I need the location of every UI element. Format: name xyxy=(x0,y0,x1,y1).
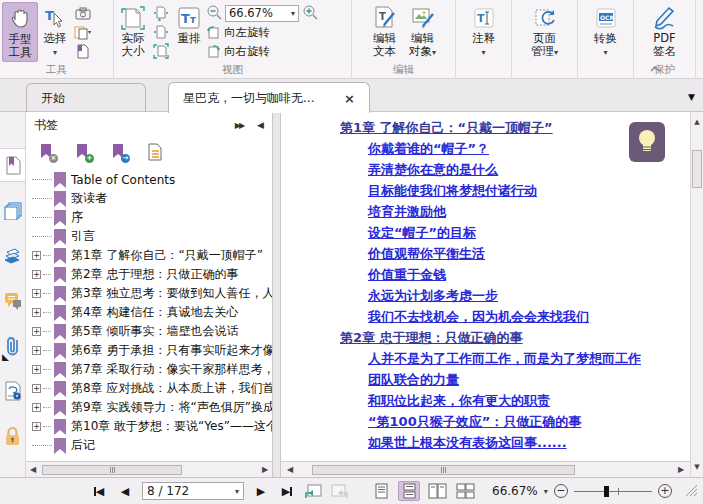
hand-tool-button[interactable]: 手型工具 xyxy=(2,2,38,62)
expand-plus-icon[interactable]: + xyxy=(32,289,41,298)
collapse-bookmarks-button[interactable]: × xyxy=(36,142,56,162)
rotate-right-button[interactable]: 向右旋转 xyxy=(206,42,318,60)
rotate-left-button[interactable]: 向左旋转 xyxy=(206,23,318,41)
toc-link[interactable]: 人并不是为了工作而工作，而是为了梦想而工作 xyxy=(368,348,690,369)
expand-plus-icon[interactable]: + xyxy=(32,270,41,279)
previous-page-button[interactable]: ◀ xyxy=(112,481,138,501)
bookmark-item[interactable]: +第5章 倾听事实：墙壁也会说话 xyxy=(32,322,272,341)
toc-link[interactable]: 价值重于金钱 xyxy=(368,264,690,285)
toc-link[interactable]: 弄清楚你在意的是什么 xyxy=(368,159,690,180)
signatures-panel-icon[interactable] xyxy=(0,374,25,408)
bookmark-item[interactable]: +第3章 独立思考：要做到知人善任，人 xyxy=(32,284,272,303)
close-tab-icon[interactable]: × xyxy=(334,91,355,106)
scroll-down-icon[interactable]: ▼ xyxy=(691,463,703,471)
document-vertical-scrollbar[interactable]: ▲ ▼ xyxy=(690,112,703,477)
toc-link[interactable]: 价值观帮你平衡生活 xyxy=(368,243,690,264)
fit-page-button[interactable] xyxy=(150,42,172,60)
toc-link[interactable]: 如果世上根本没有表扬这回事...... xyxy=(368,432,690,453)
bookmark-item[interactable]: +第10章 敢于梦想：要说“Yes”——这个 xyxy=(32,417,272,436)
fit-height-button[interactable] xyxy=(150,4,172,22)
fit-width-button[interactable] xyxy=(150,23,172,41)
bookmark-item[interactable]: +第1章 了解你自己：“只戴一顶帽子” xyxy=(32,246,272,265)
scrollbar-thumb[interactable] xyxy=(692,150,702,188)
zoom-out-icon[interactable] xyxy=(206,4,222,23)
bookmark-item[interactable]: +第8章 应对挑战：从本质上讲，我们首 xyxy=(32,379,272,398)
add-bookmark-button[interactable]: + xyxy=(72,142,92,162)
zoom-out-button[interactable]: − xyxy=(554,484,568,498)
document-horizontal-scrollbar[interactable]: ◀ ▶ xyxy=(281,461,690,477)
expand-plus-icon[interactable]: + xyxy=(32,327,41,336)
bookmark-item[interactable]: +第2章 忠于理想：只做正确的事 xyxy=(32,265,272,284)
toc-link[interactable]: 目标能使我们将梦想付诸行动 xyxy=(368,180,690,201)
convert-button[interactable]: OCR 转换▾ xyxy=(589,2,623,61)
toc-link[interactable]: 和职位比起来，你有更大的职责 xyxy=(368,390,690,411)
scroll-up-icon[interactable]: ▲ xyxy=(691,118,703,126)
toc-link[interactable]: 我们不去找机会，因为机会会来找我们 xyxy=(368,306,690,327)
toc-link[interactable]: 设定“帽子”的目标 xyxy=(368,222,690,243)
tab-document[interactable]: 星巴克，一切与咖啡无... × xyxy=(168,82,370,113)
collapse-panel-icon[interactable]: ◀ xyxy=(257,120,264,130)
expand-panel-icon[interactable]: ▶▶ xyxy=(235,121,243,130)
scroll-left-icon[interactable]: ◀ xyxy=(26,465,40,474)
bookmarks-panel-icon[interactable] xyxy=(0,148,25,182)
highlight-page-button[interactable] xyxy=(72,42,94,60)
goto-bookmark-button[interactable]: → xyxy=(108,142,128,162)
expand-plus-icon[interactable]: + xyxy=(32,346,41,355)
panel-splitter[interactable] xyxy=(272,112,281,477)
toc-link[interactable]: 第2章 忠于理想：只做正确的事 xyxy=(340,327,690,348)
expand-plus-icon[interactable]: + xyxy=(32,422,41,431)
reflow-button[interactable]: Tт 重排 xyxy=(172,2,206,47)
snapshot-button[interactable] xyxy=(72,4,94,22)
page-thumbnails-icon[interactable] xyxy=(0,194,25,228)
actual-size-button[interactable]: 实际大小 xyxy=(116,2,150,60)
single-page-view-button[interactable] xyxy=(370,481,392,501)
collapse-ribbon-button[interactable] xyxy=(649,62,661,70)
toc-link[interactable]: 永远为计划多考虑一步 xyxy=(368,285,690,306)
chevron-down-icon[interactable]: ▾ xyxy=(544,487,548,496)
toc-link[interactable]: 培育并激励他 xyxy=(368,201,690,222)
bookmark-list-view-button[interactable] xyxy=(144,142,164,162)
facing-view-button[interactable] xyxy=(426,481,448,501)
expand-plus-icon[interactable]: + xyxy=(32,384,41,393)
next-view-button[interactable] xyxy=(326,481,352,501)
tab-start[interactable]: 开始 xyxy=(26,83,146,112)
edit-text-button[interactable]: T 编辑文本 xyxy=(368,2,402,60)
expand-plus-icon[interactable]: + xyxy=(32,308,41,317)
bookmark-item[interactable]: 序 xyxy=(32,208,272,227)
scroll-left-icon[interactable]: ◀ xyxy=(283,462,297,477)
comment-button[interactable]: T 注释▾ xyxy=(467,2,501,61)
bookmark-item[interactable]: +第4章 构建信任：真诚地去关心 xyxy=(32,303,272,322)
pdf-sign-button[interactable]: PDF签名 xyxy=(648,2,682,60)
tab-list-dropdown-icon[interactable]: ▼ xyxy=(688,92,695,102)
expand-plus-icon[interactable]: + xyxy=(32,365,41,374)
zoom-in-button[interactable]: + xyxy=(658,484,672,498)
expand-plus-icon[interactable]: + xyxy=(32,403,41,412)
last-page-button[interactable]: ▶ xyxy=(274,481,300,501)
security-panel-icon[interactable] xyxy=(0,419,25,453)
bookmark-item[interactable]: Table of Contents xyxy=(32,170,272,189)
scrollbar-thumb[interactable] xyxy=(312,465,575,475)
clipboard-button[interactable]: ▾ xyxy=(72,23,94,41)
window-resize-grip[interactable] xyxy=(684,483,698,500)
next-page-button[interactable]: ▶ xyxy=(248,481,274,501)
bookmark-item[interactable]: +第7章 采取行动：像实干家那样思考， xyxy=(32,360,272,379)
scroll-right-icon[interactable]: ▶ xyxy=(674,462,688,477)
bookmark-item[interactable]: 后记 xyxy=(32,436,272,455)
expand-plus-icon[interactable]: + xyxy=(32,251,41,260)
bookmarks-horizontal-scrollbar[interactable]: ◀ ▶ xyxy=(26,461,272,477)
bookmark-item[interactable]: 引言 xyxy=(32,227,272,246)
hide-panel-corner-icon[interactable]: ◣ xyxy=(2,352,9,362)
zoom-slider[interactable] xyxy=(574,484,652,498)
select-tool-button[interactable]: T 选择▾ xyxy=(38,2,72,61)
bookmark-item[interactable]: +第6章 勇于承担：只有事实听起来才像 xyxy=(32,341,272,360)
layers-panel-icon[interactable] xyxy=(0,239,25,273)
zoom-level-combo[interactable]: 66.67%▾ xyxy=(225,5,299,22)
bookmark-item[interactable]: +第9章 实践领导力：将“声色俱厉”换成 xyxy=(32,398,272,417)
scroll-right-icon[interactable]: ▶ xyxy=(258,465,272,474)
toc-link[interactable]: “第100只猴子效应”：只做正确的事 xyxy=(368,411,690,432)
edit-object-button[interactable]: 编辑对象▾ xyxy=(406,2,440,61)
continuous-facing-view-button[interactable] xyxy=(454,481,476,501)
toc-link[interactable]: 团队联合的力量 xyxy=(368,369,690,390)
lightbulb-note-annotation[interactable] xyxy=(629,122,665,162)
page-number-field[interactable]: 8 / 172 ▾ xyxy=(142,482,244,500)
